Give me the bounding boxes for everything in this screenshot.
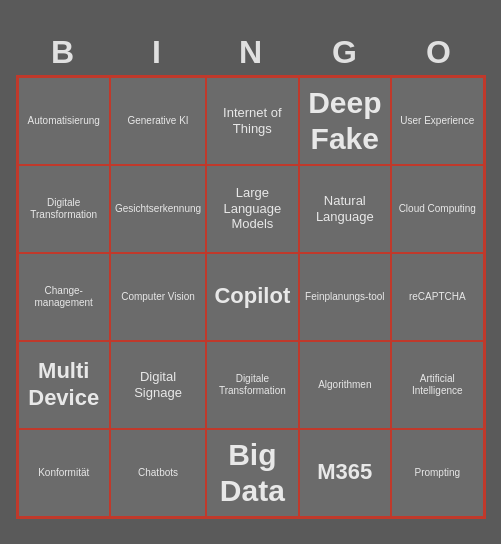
bingo-cell-r4-c0[interactable]: Konformität [18, 429, 110, 517]
header-letter-n: N [207, 34, 295, 71]
cell-text: Digitale Transformation [211, 373, 293, 397]
cell-text: reCAPTCHA [409, 291, 466, 303]
bingo-card: BINGO AutomatisierungGenerative KIIntern… [16, 26, 486, 519]
bingo-cell-r2-c0[interactable]: Change-management [18, 253, 110, 341]
cell-text: Large Language Models [211, 185, 293, 232]
cell-text: Natural Language [304, 193, 386, 224]
cell-text: Generative KI [127, 115, 188, 127]
header-letter-o: O [395, 34, 483, 71]
bingo-cell-r1-c4[interactable]: Cloud Computing [391, 165, 483, 253]
cell-text: Big Data [211, 437, 293, 509]
cell-text: Algorithmen [318, 379, 371, 391]
bingo-cell-r3-c0[interactable]: Multi Device [18, 341, 110, 429]
bingo-cell-r0-c1[interactable]: Generative KI [110, 77, 206, 165]
bingo-cell-r1-c0[interactable]: Digitale Transformation [18, 165, 110, 253]
header-letter-b: B [19, 34, 107, 71]
cell-text: Gesichtserkennung [115, 203, 201, 215]
cell-text: Copilot [214, 283, 290, 309]
bingo-cell-r2-c3[interactable]: Feinplanungs-tool [299, 253, 391, 341]
cell-text: M365 [317, 459, 372, 485]
bingo-cell-r0-c3[interactable]: Deep Fake [299, 77, 391, 165]
bingo-cell-r4-c1[interactable]: Chatbots [110, 429, 206, 517]
header-letter-g: G [301, 34, 389, 71]
bingo-cell-r1-c3[interactable]: Natural Language [299, 165, 391, 253]
cell-text: Feinplanungs-tool [305, 291, 385, 303]
bingo-cell-r2-c2[interactable]: Copilot [206, 253, 298, 341]
bingo-cell-r3-c2[interactable]: Digitale Transformation [206, 341, 298, 429]
bingo-cell-r2-c4[interactable]: reCAPTCHA [391, 253, 483, 341]
cell-text: Multi Device [23, 358, 105, 411]
cell-text: Cloud Computing [399, 203, 476, 215]
bingo-cell-r0-c0[interactable]: Automatisierung [18, 77, 110, 165]
bingo-cell-r4-c4[interactable]: Prompting [391, 429, 483, 517]
bingo-cell-r4-c2[interactable]: Big Data [206, 429, 298, 517]
cell-text: Internet of Things [211, 105, 293, 136]
cell-text: Digitale Transformation [23, 197, 105, 221]
cell-text: Digital Signage [115, 369, 201, 400]
cell-text: Chatbots [138, 467, 178, 479]
cell-text: Change-management [23, 285, 105, 309]
bingo-cell-r0-c4[interactable]: User Experience [391, 77, 483, 165]
bingo-grid: AutomatisierungGenerative KIInternet of … [16, 75, 486, 519]
bingo-cell-r3-c4[interactable]: Artificial Intelligence [391, 341, 483, 429]
cell-text: Computer Vision [121, 291, 195, 303]
bingo-header: BINGO [16, 26, 486, 75]
cell-text: Artificial Intelligence [396, 373, 478, 397]
cell-text: User Experience [400, 115, 474, 127]
cell-text: Prompting [414, 467, 460, 479]
bingo-cell-r3-c1[interactable]: Digital Signage [110, 341, 206, 429]
header-letter-i: I [113, 34, 201, 71]
bingo-cell-r3-c3[interactable]: Algorithmen [299, 341, 391, 429]
bingo-cell-r2-c1[interactable]: Computer Vision [110, 253, 206, 341]
bingo-cell-r1-c1[interactable]: Gesichtserkennung [110, 165, 206, 253]
bingo-cell-r4-c3[interactable]: M365 [299, 429, 391, 517]
cell-text: Automatisierung [28, 115, 100, 127]
bingo-cell-r0-c2[interactable]: Internet of Things [206, 77, 298, 165]
cell-text: Konformität [38, 467, 89, 479]
cell-text: Deep Fake [304, 85, 386, 157]
bingo-cell-r1-c2[interactable]: Large Language Models [206, 165, 298, 253]
